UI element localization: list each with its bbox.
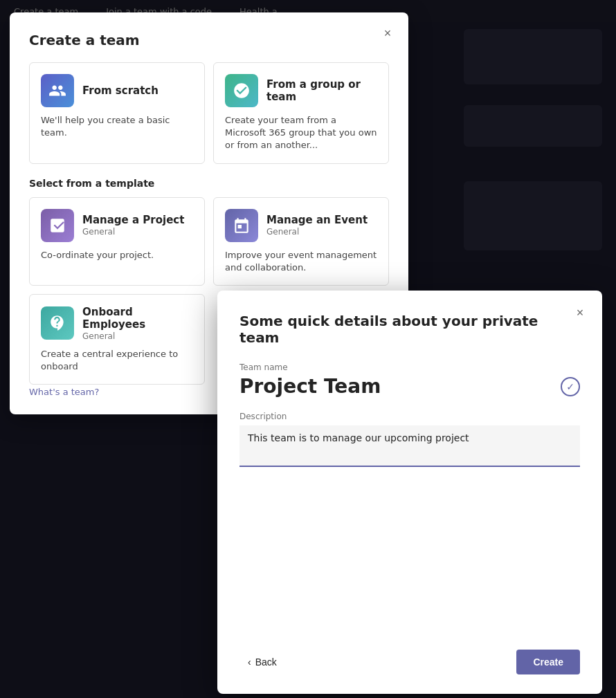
whats-team-link[interactable]: What's a team? <box>29 387 99 397</box>
from-scratch-icon <box>41 74 74 107</box>
description-textarea[interactable]: This team is to manage our upcoming proj… <box>239 425 580 467</box>
team-name-row: Project Team ✓ <box>239 375 580 398</box>
template-section-label: Select from a template <box>29 178 389 189</box>
manage-project-header: Manage a Project General <box>41 209 193 242</box>
onboard-employees-desc: Create a central experience to onboard <box>41 348 193 373</box>
details-modal: Some quick details about your private te… <box>217 291 602 694</box>
from-group-name: From a group or team <box>266 78 377 103</box>
from-group-header: From a group or team <box>225 74 377 107</box>
manage-event-header: Manage an Event General <box>225 209 377 242</box>
top-cards-row: From scratch We'll help you create a bas… <box>29 62 389 164</box>
from-scratch-header: From scratch <box>41 74 193 107</box>
team-name-label: Team name <box>239 362 580 372</box>
manage-project-card[interactable]: Manage a Project General Co-ordinate you… <box>29 197 205 286</box>
create-button[interactable]: Create <box>516 650 580 674</box>
modal-footer: ‹ Back Create <box>239 650 580 674</box>
back-button[interactable]: ‹ Back <box>239 651 285 673</box>
back-chevron-icon: ‹ <box>248 656 251 668</box>
from-group-icon <box>225 74 258 107</box>
onboard-employees-icon <box>41 306 74 340</box>
manage-event-desc: Improve your event management and collab… <box>225 249 377 274</box>
details-modal-close-button[interactable]: × <box>570 303 590 322</box>
manage-event-card[interactable]: Manage an Event General Improve your eve… <box>213 197 389 286</box>
manage-event-info: Manage an Event General <box>266 214 368 237</box>
modal-close-button[interactable]: × <box>378 24 397 43</box>
details-modal-title: Some quick details about your private te… <box>239 313 580 346</box>
manage-event-icon <box>225 209 258 242</box>
manage-project-desc: Co-ordinate your project. <box>41 249 193 261</box>
modal-title: Create a team <box>29 32 389 48</box>
from-group-card[interactable]: From a group or team Create your team fr… <box>213 62 389 164</box>
check-icon: ✓ <box>561 377 580 396</box>
from-scratch-desc: We'll help you create a basic team. <box>41 114 193 139</box>
description-label: Description <box>239 412 580 421</box>
onboard-employees-card[interactable]: Onboard Employees General Create a centr… <box>29 294 205 385</box>
from-scratch-card[interactable]: From scratch We'll help you create a bas… <box>29 62 205 164</box>
manage-project-info: Manage a Project General <box>82 214 184 237</box>
onboard-employees-info: Onboard Employees General <box>82 306 193 341</box>
back-label: Back <box>255 656 277 668</box>
from-group-desc: Create your team from a Microsoft 365 gr… <box>225 114 377 152</box>
manage-project-icon <box>41 209 74 242</box>
team-name-value: Project Team <box>239 375 561 398</box>
from-scratch-name: From scratch <box>82 84 158 97</box>
onboard-employees-header: Onboard Employees General <box>41 306 193 341</box>
